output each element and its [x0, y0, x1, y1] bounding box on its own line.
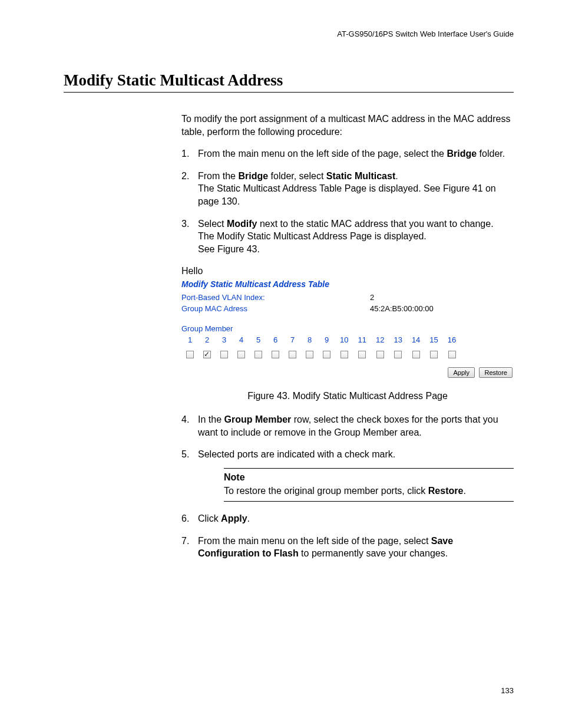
step-2-text-c: folder, select: [268, 171, 326, 181]
step-7-text-a: From the main menu on the left side of t…: [198, 536, 431, 546]
note-bold: Restore: [428, 486, 464, 496]
note-label: Note: [224, 471, 514, 484]
note-block: Note To restore the original group membe…: [224, 468, 514, 502]
step-2-bold-1: Bridge: [238, 171, 268, 181]
page-number: 133: [501, 686, 514, 695]
figure-43-panel: Modify Static Multicast Address Table Po…: [181, 279, 514, 378]
port-header-16: 16: [443, 335, 461, 348]
vlan-index-value: 2: [370, 292, 374, 303]
port-header-5: 5: [250, 335, 267, 348]
figure-panel-title: Modify Static Multicast Address Table: [181, 279, 514, 290]
port-header-11: 11: [353, 335, 371, 348]
port-checkbox-12[interactable]: [376, 351, 384, 358]
port-header-3: 3: [216, 335, 233, 348]
port-checkbox-3[interactable]: [220, 351, 228, 358]
step-2-text-a: From the: [198, 171, 238, 181]
port-checkbox-16[interactable]: [448, 351, 456, 358]
running-header: AT-GS950/16PS Switch Web Interface User'…: [64, 29, 514, 38]
port-checkbox-10[interactable]: [340, 351, 348, 358]
step-1-text-c: folder.: [477, 149, 505, 159]
port-checkbox-15[interactable]: [430, 351, 438, 358]
vlan-index-label: Port-Based VLAN Index:: [181, 292, 370, 303]
step-6: Click Apply.: [181, 512, 514, 525]
port-checkbox-1[interactable]: [186, 351, 194, 358]
port-checkbox-11[interactable]: [358, 351, 366, 358]
step-7: From the main menu on the left side of t…: [181, 535, 514, 560]
port-header-8: 8: [301, 335, 318, 348]
note-text-a: To restore the original group member por…: [224, 486, 428, 496]
step-3-text-a: Select: [198, 219, 227, 229]
port-header-7: 7: [284, 335, 301, 348]
step-2-bold-2: Static Multicast: [326, 171, 395, 181]
step-1-text-a: From the main menu on the left side of t…: [198, 149, 447, 159]
port-checkbox-2[interactable]: [203, 351, 211, 358]
note-text-c: .: [463, 486, 465, 496]
port-table: 1 2 3 4 5 6 7 8 9 10 11 12 13 14: [181, 335, 461, 360]
step-5-text: Selected ports are indicated with a chec…: [198, 449, 395, 459]
step-3: Select Modify next to the static MAC add…: [181, 218, 514, 256]
step-6-text-a: Click: [198, 513, 221, 523]
restore-button[interactable]: Restore: [479, 367, 513, 378]
port-header-1: 1: [181, 335, 199, 348]
group-mac-label: Group MAC Adress: [181, 304, 370, 314]
step-3-bold: Modify: [227, 219, 257, 229]
port-header-12: 12: [371, 335, 389, 348]
step-2-text-e: .: [395, 171, 398, 181]
port-checkbox-8[interactable]: [306, 351, 313, 358]
step-5: Selected ports are indicated with a chec…: [181, 448, 514, 502]
step-3-line3: See Figure 43.: [198, 244, 260, 254]
step-3-line2: The Modify Static Multicast Address Page…: [198, 231, 427, 241]
port-checkbox-13[interactable]: [394, 351, 402, 358]
note-text: To restore the original group member por…: [224, 485, 514, 498]
port-header-10: 10: [335, 335, 353, 348]
hello-text: Hello: [181, 265, 514, 278]
port-header-6: 6: [267, 335, 284, 348]
step-3-text-c: next to the static MAC address that you …: [257, 219, 493, 229]
section-title: Modify Static Multicast Address: [64, 71, 514, 93]
port-checkbox-7[interactable]: [289, 351, 296, 358]
group-member-label: Group Member: [181, 324, 514, 334]
step-1-bold: Bridge: [447, 149, 477, 159]
port-header-13: 13: [389, 335, 406, 348]
port-checkbox-14[interactable]: [412, 351, 420, 358]
step-4: In the Group Member row, select the chec…: [181, 413, 514, 439]
step-6-bold: Apply: [221, 513, 247, 523]
apply-button[interactable]: Apply: [448, 367, 475, 378]
port-header-14: 14: [407, 335, 425, 348]
step-4-bold: Group Member: [224, 414, 291, 424]
port-checkbox-4[interactable]: [237, 351, 245, 358]
intro-paragraph: To modify the port assignment of a multi…: [181, 113, 514, 138]
port-header-4: 4: [233, 335, 250, 348]
step-6-text-c: .: [247, 513, 250, 523]
figure-caption: Figure 43. Modify Static Multicast Addre…: [181, 390, 514, 403]
step-1: From the main menu on the left side of t…: [181, 147, 514, 160]
step-7-text-c: to permanently save your changes.: [299, 548, 448, 558]
group-mac-value: 45:2A:B5:00:00:00: [370, 304, 434, 314]
port-checkbox-6[interactable]: [272, 351, 279, 358]
port-checkbox-5[interactable]: [254, 351, 262, 358]
step-2: From the Bridge folder, select Static Mu…: [181, 170, 514, 208]
port-header-9: 9: [318, 335, 335, 348]
port-checkbox-9[interactable]: [323, 351, 330, 358]
port-header-15: 15: [425, 335, 442, 348]
port-header-2: 2: [199, 335, 216, 348]
step-4-text-a: In the: [198, 414, 224, 424]
step-2-line2: The Static Multicast Address Table Page …: [198, 183, 496, 206]
